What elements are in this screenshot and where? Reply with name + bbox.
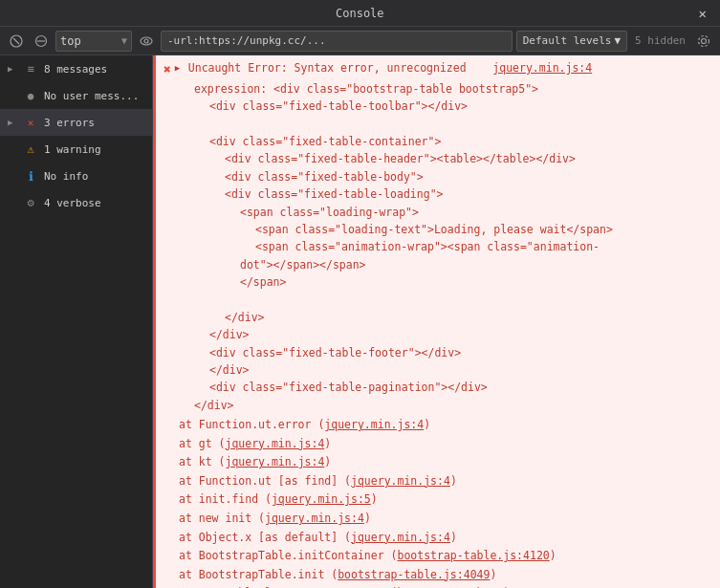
levels-arrow-icon: ▼ xyxy=(614,34,621,47)
toolbar: top ▼ -url:https://unpkg.cc/... Default … xyxy=(0,27,720,55)
svg-point-4 xyxy=(141,37,152,45)
clear-console-button[interactable] xyxy=(6,31,27,52)
info-label: No info xyxy=(44,170,144,183)
error-source-link[interactable]: jquery.min.js:4 xyxy=(492,61,592,75)
code-line-blank-2 xyxy=(164,291,712,308)
stack-trace: at Function.ut.error (jquery.min.js:4) a… xyxy=(164,414,712,588)
info-icon: ℹ xyxy=(23,168,38,184)
stack-link-0[interactable]: jquery.min.js:4 xyxy=(324,418,424,431)
user-label: No user mess... xyxy=(44,90,144,102)
sidebar-item-warnings[interactable]: ▶ ⚠ 1 warning xyxy=(0,136,152,163)
hidden-count: 5 hidden xyxy=(631,34,689,47)
code-line-8: <span class="animation-wrap"><span class… xyxy=(164,238,712,255)
code-line-0: expression: <div class="bootstrap-table … xyxy=(164,80,712,98)
settings-button[interactable] xyxy=(693,31,714,52)
stack-link-7[interactable]: bootstrap-table.js:4120 xyxy=(397,549,549,562)
errors-label: 3 errors xyxy=(44,117,144,129)
stack-line-7: at BootstrapTable.initContainer (bootstr… xyxy=(179,547,697,566)
url-filter-text: -url:https://unpkg.cc/... xyxy=(167,34,326,47)
error-expand-icon[interactable]: ▶ xyxy=(175,61,185,75)
sidebar-item-verbose[interactable]: ▶ ⚙ 4 verbose xyxy=(0,189,152,216)
code-line-2: <div class="fixed-table-container"> xyxy=(164,133,712,150)
expand-arrow-messages: ▶ xyxy=(8,64,17,74)
title-bar: Console ✕ xyxy=(0,0,720,27)
sidebar-item-user[interactable]: ▶ ● No user mess... xyxy=(0,82,152,109)
eye-button[interactable] xyxy=(136,31,157,52)
svg-point-7 xyxy=(699,35,709,46)
code-line-3: <div class="fixed-table-header"><table><… xyxy=(164,150,712,167)
warnings-label: 1 warning xyxy=(44,143,144,156)
code-line-11: </div> xyxy=(164,309,712,326)
stack-line-6: at Object.x [as default] (jquery.min.js:… xyxy=(179,529,697,548)
filter-button[interactable] xyxy=(31,31,52,52)
main-panel: ▶ ≡ 8 messages ▶ ● No user mess... ▶ ✕ 3… xyxy=(0,55,720,588)
context-dropdown-icon: ▼ xyxy=(121,35,127,46)
code-line-9: dot"></span></span> xyxy=(164,256,712,273)
error-block: ✖ ▶ Uncaught Error: Syntax error, unreco… xyxy=(153,55,720,588)
svg-point-6 xyxy=(702,38,707,43)
stack-line-3: at Function.ut [as find] (jquery.min.js:… xyxy=(179,472,697,491)
verbose-label: 4 verbose xyxy=(44,197,144,209)
context-selector[interactable]: top ▼ xyxy=(55,31,132,52)
close-button[interactable]: ✕ xyxy=(693,4,712,23)
stack-link-4[interactable]: jquery.min.js:5 xyxy=(272,492,371,506)
console-content[interactable]: ✖ ▶ Uncaught Error: Syntax error, unreco… xyxy=(153,55,720,588)
svg-line-1 xyxy=(13,38,19,44)
code-line-15: <div class="fixed-table-pagination"></di… xyxy=(164,379,712,396)
verbose-icon: ⚙ xyxy=(23,195,38,210)
error-icon: ✕ xyxy=(23,115,38,130)
stack-line-9: at HTMLTableElement.<anonymous> (bootstr… xyxy=(179,584,697,588)
levels-dropdown[interactable]: Default levels ▼ xyxy=(516,31,627,52)
stack-link-2[interactable]: jquery.min.js:4 xyxy=(225,455,324,468)
sidebar-item-info[interactable]: ▶ ℹ No info xyxy=(0,163,152,189)
messages-icon: ≡ xyxy=(23,61,38,76)
code-line-16: </div> xyxy=(164,397,712,414)
code-line-12: </div> xyxy=(164,326,712,343)
stack-link-8[interactable]: bootstrap-table.js:4049 xyxy=(338,568,490,581)
stack-link-3[interactable]: jquery.min.js:4 xyxy=(351,474,450,488)
stack-link-5[interactable]: jquery.min.js:4 xyxy=(265,512,364,525)
expand-arrow-errors: ▶ xyxy=(8,118,17,127)
messages-label: 8 messages xyxy=(44,63,144,76)
error-message: Uncaught Error: Syntax error, unrecogniz… xyxy=(188,59,712,76)
code-line-1: <div class="fixed-table-toolbar"></div> xyxy=(164,98,712,115)
error-status-icon: ✖ xyxy=(164,60,171,80)
stack-line-5: at new init (jquery.min.js:4) xyxy=(179,510,697,529)
stack-line-2: at kt (jquery.min.js:4) xyxy=(179,453,697,472)
sidebar-item-messages[interactable]: ▶ ≡ 8 messages xyxy=(0,55,152,82)
stack-line-1: at gt (jquery.min.js:4) xyxy=(179,435,697,454)
stack-link-1[interactable]: jquery.min.js:4 xyxy=(225,437,324,450)
code-line-6: <span class="loading-wrap"> xyxy=(164,204,712,221)
code-line-14: </div> xyxy=(164,361,712,379)
code-line-5: <div class="fixed-table-loading"> xyxy=(164,185,712,203)
stack-line-4: at init.find (jquery.min.js:5) xyxy=(179,490,697,510)
context-value: top xyxy=(60,34,118,48)
code-line-7: <span class="loading-text">Loading, plea… xyxy=(164,221,712,238)
title-bar-title: Console xyxy=(27,7,693,20)
sidebar-item-errors[interactable]: ▶ ✕ 3 errors xyxy=(0,109,152,136)
code-line-4: <div class="fixed-table-body"> xyxy=(164,168,712,185)
user-icon: ● xyxy=(23,88,38,103)
stack-line-0: at Function.ut.error (jquery.min.js:4) xyxy=(179,416,697,435)
url-filter[interactable]: -url:https://unpkg.cc/... xyxy=(161,31,513,52)
code-line-10: </span> xyxy=(164,273,712,291)
code-line-blank-1 xyxy=(164,116,712,133)
stack-line-8: at BootstrapTable.init (bootstrap-table.… xyxy=(179,566,697,585)
warning-icon: ⚠ xyxy=(23,142,38,157)
stack-link-6[interactable]: jquery.min.js:4 xyxy=(351,531,450,544)
levels-label: Default levels xyxy=(523,34,612,47)
svg-point-5 xyxy=(144,39,148,43)
sidebar: ▶ ≡ 8 messages ▶ ● No user mess... ▶ ✕ 3… xyxy=(0,55,153,588)
code-line-13: <div class="fixed-table-footer"></div> xyxy=(164,344,712,361)
